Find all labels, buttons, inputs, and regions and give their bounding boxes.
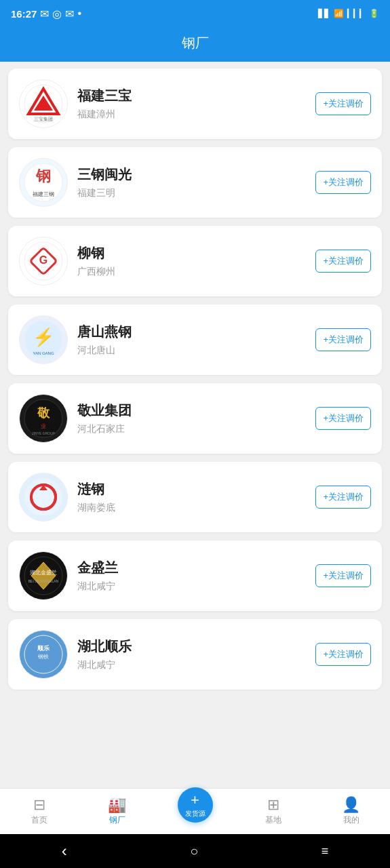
status-time: 16:27 bbox=[11, 8, 37, 20]
steel-factory-icon: 🏭 bbox=[108, 797, 126, 812]
svg-text:业: 业 bbox=[41, 423, 46, 429]
company-location-liugang: 广西柳州 bbox=[77, 266, 306, 278]
company-logo-jinshenglan: 湖北金盛兰 BEI JINSHENGLAN bbox=[19, 551, 68, 600]
company-info-liangan: 涟钢 湖南娄底 bbox=[77, 480, 306, 514]
menu-button[interactable]: ≡ bbox=[321, 844, 329, 859]
company-info-fujian-sanbao: 福建三宝 福建漳州 bbox=[77, 87, 306, 121]
source-center-btn[interactable]: + 发货源 bbox=[178, 787, 213, 823]
content-area: 三宝集团 福建三宝 福建漳州 +关注调价 钢 福建三钢 三钢闽光 福建三明 +关… bbox=[0, 62, 390, 788]
company-location-sangang: 福建三明 bbox=[77, 187, 306, 199]
company-location-liangan: 湖南娄底 bbox=[77, 502, 306, 514]
status-bar: 16:27 ✉ ◎ ✉ • ▋▋ 📶 ▎▎▎ 🔋 bbox=[0, 0, 390, 27]
base-icon: ⊞ bbox=[267, 797, 279, 812]
page-title: 钢厂 bbox=[182, 35, 209, 50]
company-name-yangang: 唐山燕钢 bbox=[77, 323, 306, 341]
follow-price-btn-jingye[interactable]: +关注调价 bbox=[315, 407, 371, 430]
company-info-jinshenglan: 金盛兰 湖北咸宁 bbox=[77, 559, 306, 593]
company-card-jingye: 敬 业 JINYE GROUP 敬业集团 河北石家庄 +关注调价 bbox=[8, 383, 382, 454]
company-name-liangan: 涟钢 bbox=[77, 480, 306, 498]
svg-text:YAN GANG: YAN GANG bbox=[33, 351, 54, 355]
company-name-sangang: 三钢闽光 bbox=[77, 165, 306, 184]
company-card-liangan: 涟钢 湖南娄底 +关注调价 bbox=[8, 462, 382, 532]
company-info-sangang: 三钢闽光 福建三明 bbox=[77, 165, 306, 199]
company-info-liugang: 柳钢 广西柳州 bbox=[77, 244, 306, 278]
svg-text:BEI JINSHENGLAN: BEI JINSHENGLAN bbox=[28, 579, 59, 583]
svg-text:三宝集团: 三宝集团 bbox=[34, 117, 53, 121]
follow-price-btn-jinshenglan[interactable]: +关注调价 bbox=[315, 564, 371, 587]
company-location-yangang: 河北唐山 bbox=[77, 344, 306, 357]
nav-label-steel-factory: 钢厂 bbox=[109, 814, 125, 826]
company-info-jingye: 敬业集团 河北石家庄 bbox=[77, 401, 306, 435]
signal-icon: ▋▋ bbox=[318, 9, 330, 18]
svg-text:福建三钢: 福建三钢 bbox=[33, 191, 54, 197]
follow-price-btn-shunle[interactable]: +关注调价 bbox=[315, 643, 371, 666]
nav-label-source: 发货源 bbox=[185, 809, 206, 818]
follow-price-btn-yangang[interactable]: +关注调价 bbox=[315, 328, 371, 351]
nav-item-steel-factory[interactable]: 🏭 钢厂 bbox=[78, 793, 156, 830]
nav-label-mine: 我的 bbox=[343, 814, 359, 826]
status-icons: ▋▋ 📶 ▎▎▎ 🔋 bbox=[318, 9, 379, 18]
company-card-sangang: 钢 福建三钢 三钢闽光 福建三明 +关注调价 bbox=[8, 147, 382, 218]
page-header: 钢厂 bbox=[0, 27, 390, 62]
company-location-fujian-sanbao: 福建漳州 bbox=[77, 108, 306, 121]
home-icon: ⊟ bbox=[33, 797, 45, 812]
status-dot: • bbox=[77, 7, 81, 20]
company-logo-shunle: 顺乐 钢铁 bbox=[19, 630, 68, 679]
company-card-shunle: 顺乐 钢铁 湖北顺乐 湖北咸宁 +关注调价 bbox=[8, 619, 382, 690]
company-logo-jingye: 敬 业 JINYE GROUP bbox=[19, 394, 68, 443]
svg-text:JINYE GROUP: JINYE GROUP bbox=[32, 431, 56, 435]
company-name-jingye: 敬业集团 bbox=[77, 401, 306, 420]
svg-text:钢铁: 钢铁 bbox=[37, 654, 49, 660]
nav-item-source[interactable]: + 发货源 bbox=[156, 797, 234, 827]
nav-item-mine[interactable]: 👤 我的 bbox=[312, 793, 390, 830]
mine-icon: 👤 bbox=[342, 797, 360, 812]
follow-price-btn-fujian-sanbao[interactable]: +关注调价 bbox=[315, 92, 371, 115]
android-nav-bar: ‹ ○ ≡ bbox=[0, 834, 390, 868]
follow-price-btn-liugang[interactable]: +关注调价 bbox=[315, 250, 371, 273]
svg-text:湖北金盛兰: 湖北金盛兰 bbox=[30, 570, 57, 576]
svg-text:敬: 敬 bbox=[37, 406, 50, 420]
wifi-icon: 📶 bbox=[334, 9, 344, 18]
company-card-liugang: G 柳钢 广西柳州 +关注调价 bbox=[8, 226, 382, 296]
status-email-icon: ✉ bbox=[40, 7, 49, 20]
status-left: 16:27 ✉ ◎ ✉ • bbox=[11, 7, 81, 20]
bottom-nav: ⊟ 首页 🏭 钢厂 + 发货源 ⊞ 基地 👤 我的 bbox=[0, 788, 390, 834]
svg-text:⚡: ⚡ bbox=[33, 326, 55, 348]
nav-label-home: 首页 bbox=[31, 814, 47, 826]
nav-label-base: 基地 bbox=[265, 814, 281, 826]
status-msg-icon: ✉ bbox=[65, 7, 74, 20]
battery-icon: 🔋 bbox=[369, 9, 379, 18]
company-logo-fujian-sanbao: 三宝集团 bbox=[19, 79, 68, 128]
network-icon: ▎▎▎ bbox=[347, 9, 366, 18]
back-button[interactable]: ‹ bbox=[62, 842, 67, 861]
nav-item-base[interactable]: ⊞ 基地 bbox=[234, 793, 312, 830]
company-location-jingye: 河北石家庄 bbox=[77, 423, 306, 435]
nav-item-home[interactable]: ⊟ 首页 bbox=[0, 793, 78, 830]
svg-text:钢: 钢 bbox=[35, 167, 51, 184]
company-name-jinshenglan: 金盛兰 bbox=[77, 559, 306, 577]
company-info-shunle: 湖北顺乐 湖北咸宁 bbox=[77, 637, 306, 671]
follow-price-btn-liangan[interactable]: +关注调价 bbox=[315, 486, 371, 509]
status-circle-icon: ◎ bbox=[52, 7, 62, 20]
company-logo-liugang: G bbox=[19, 237, 68, 285]
company-card-jinshenglan: 湖北金盛兰 BEI JINSHENGLAN 金盛兰 湖北咸宁 +关注调价 bbox=[8, 540, 382, 611]
source-plus-icon: + bbox=[191, 791, 199, 809]
company-info-yangang: 唐山燕钢 河北唐山 bbox=[77, 323, 306, 357]
company-logo-yangang: ⚡ YAN GANG bbox=[19, 315, 68, 364]
company-name-fujian-sanbao: 福建三宝 bbox=[77, 87, 306, 105]
company-location-jinshenglan: 湖北咸宁 bbox=[77, 580, 306, 593]
home-button[interactable]: ○ bbox=[190, 844, 198, 859]
company-logo-liangan bbox=[19, 473, 68, 521]
company-location-shunle: 湖北咸宁 bbox=[77, 659, 306, 671]
company-name-shunle: 湖北顺乐 bbox=[77, 637, 306, 656]
company-card-yangang: ⚡ YAN GANG 唐山燕钢 河北唐山 +关注调价 bbox=[8, 304, 382, 375]
follow-price-btn-sangang[interactable]: +关注调价 bbox=[315, 171, 371, 194]
svg-text:顺乐: 顺乐 bbox=[37, 645, 50, 652]
svg-text:G: G bbox=[39, 254, 47, 266]
company-name-liugang: 柳钢 bbox=[77, 244, 306, 262]
company-logo-sangang: 钢 福建三钢 bbox=[19, 158, 68, 207]
company-card-fujian-sanbao: 三宝集团 福建三宝 福建漳州 +关注调价 bbox=[8, 68, 382, 139]
